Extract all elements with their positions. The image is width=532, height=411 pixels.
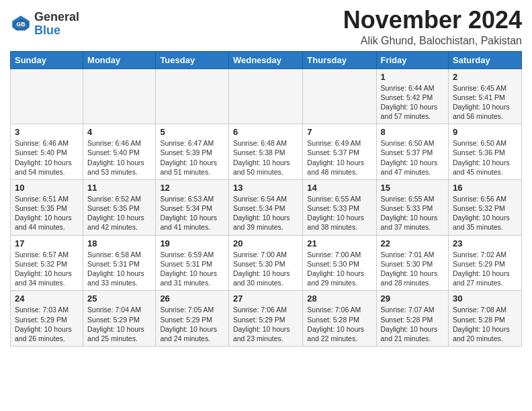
- day-number: 24: [15, 293, 79, 304]
- table-cell: 7Sunrise: 6:49 AMSunset: 5:37 PMDaylight…: [303, 124, 376, 180]
- table-cell: 3Sunrise: 6:46 AMSunset: 5:40 PMDaylight…: [11, 124, 83, 180]
- table-cell: [228, 68, 302, 124]
- week-row-4: 17Sunrise: 6:57 AMSunset: 5:32 PMDayligh…: [11, 235, 522, 291]
- table-cell: 25Sunrise: 7:04 AMSunset: 5:29 PMDayligh…: [83, 291, 156, 347]
- day-number: 25: [87, 293, 151, 304]
- header-thursday: Thursday: [303, 51, 376, 68]
- day-number: 8: [381, 127, 445, 137]
- day-number: 9: [453, 127, 517, 137]
- day-number: 30: [453, 293, 517, 304]
- table-cell: 5Sunrise: 6:47 AMSunset: 5:39 PMDaylight…: [156, 124, 229, 180]
- table-cell: 14Sunrise: 6:55 AMSunset: 5:33 PMDayligh…: [303, 179, 376, 235]
- day-info: Sunrise: 7:01 AMSunset: 5:30 PMDaylight:…: [381, 250, 445, 288]
- table-cell: 10Sunrise: 6:51 AMSunset: 5:35 PMDayligh…: [11, 179, 83, 235]
- day-info: Sunrise: 6:54 AMSunset: 5:34 PMDaylight:…: [233, 194, 298, 232]
- table-cell: 17Sunrise: 6:57 AMSunset: 5:32 PMDayligh…: [11, 235, 83, 291]
- day-number: 6: [233, 127, 298, 137]
- table-cell: 15Sunrise: 6:55 AMSunset: 5:33 PMDayligh…: [376, 179, 449, 235]
- week-row-1: 1Sunrise: 6:44 AMSunset: 5:42 PMDaylight…: [11, 68, 522, 124]
- table-cell: 8Sunrise: 6:50 AMSunset: 5:37 PMDaylight…: [376, 124, 449, 180]
- header-monday: Monday: [83, 51, 156, 68]
- table-cell: 24Sunrise: 7:03 AMSunset: 5:29 PMDayligh…: [11, 291, 83, 347]
- day-info: Sunrise: 6:49 AMSunset: 5:37 PMDaylight:…: [307, 138, 371, 177]
- table-cell: 13Sunrise: 6:54 AMSunset: 5:34 PMDayligh…: [228, 179, 302, 235]
- day-number: 29: [381, 293, 445, 304]
- location-subtitle: Alik Ghund, Balochistan, Pakistan: [343, 35, 522, 47]
- day-info: Sunrise: 6:44 AMSunset: 5:42 PMDaylight:…: [381, 83, 445, 122]
- day-number: 3: [15, 127, 79, 137]
- day-info: Sunrise: 7:06 AMSunset: 5:29 PMDaylight:…: [233, 305, 298, 343]
- day-number: 11: [87, 183, 151, 193]
- day-info: Sunrise: 6:45 AMSunset: 5:41 PMDaylight:…: [453, 83, 517, 122]
- logo-blue: Blue: [34, 24, 60, 37]
- day-info: Sunrise: 7:03 AMSunset: 5:29 PMDaylight:…: [15, 305, 79, 343]
- table-cell: [83, 68, 156, 124]
- day-number: 18: [87, 238, 151, 248]
- day-number: 12: [160, 183, 224, 193]
- day-info: Sunrise: 6:55 AMSunset: 5:33 PMDaylight:…: [381, 194, 445, 232]
- day-number: 2: [453, 72, 517, 82]
- day-number: 19: [160, 238, 224, 248]
- week-row-2: 3Sunrise: 6:46 AMSunset: 5:40 PMDaylight…: [11, 124, 522, 180]
- table-cell: 22Sunrise: 7:01 AMSunset: 5:30 PMDayligh…: [376, 235, 449, 291]
- title-area: November 2024 Alik Ghund, Balochistan, P…: [343, 7, 522, 47]
- table-cell: 30Sunrise: 7:08 AMSunset: 5:28 PMDayligh…: [449, 291, 522, 347]
- day-info: Sunrise: 6:47 AMSunset: 5:39 PMDaylight:…: [160, 138, 224, 177]
- header: GB General Blue November 2024 Alik Ghund…: [10, 7, 522, 47]
- day-info: Sunrise: 6:58 AMSunset: 5:31 PMDaylight:…: [87, 250, 151, 288]
- header-wednesday: Wednesday: [228, 51, 302, 68]
- day-info: Sunrise: 6:56 AMSunset: 5:32 PMDaylight:…: [453, 194, 517, 232]
- day-number: 5: [160, 127, 224, 137]
- table-cell: 2Sunrise: 6:45 AMSunset: 5:41 PMDaylight…: [449, 68, 522, 124]
- logo-general: General: [34, 10, 79, 24]
- day-number: 14: [307, 183, 371, 193]
- day-info: Sunrise: 6:53 AMSunset: 5:34 PMDaylight:…: [160, 194, 224, 232]
- day-number: 20: [233, 238, 298, 248]
- day-number: 4: [87, 127, 151, 137]
- header-saturday: Saturday: [449, 51, 522, 68]
- day-info: Sunrise: 7:06 AMSunset: 5:28 PMDaylight:…: [307, 305, 371, 343]
- day-info: Sunrise: 6:50 AMSunset: 5:36 PMDaylight:…: [453, 138, 517, 177]
- day-info: Sunrise: 6:48 AMSunset: 5:38 PMDaylight:…: [233, 138, 298, 177]
- table-cell: 19Sunrise: 6:59 AMSunset: 5:31 PMDayligh…: [156, 235, 229, 291]
- table-cell: 4Sunrise: 6:46 AMSunset: 5:40 PMDaylight…: [83, 124, 156, 180]
- day-number: 27: [233, 293, 298, 304]
- table-cell: 27Sunrise: 7:06 AMSunset: 5:29 PMDayligh…: [228, 291, 302, 347]
- day-number: 28: [307, 293, 371, 304]
- header-friday: Friday: [376, 51, 449, 68]
- logo-icon: GB: [10, 13, 32, 35]
- table-cell: 11Sunrise: 6:52 AMSunset: 5:35 PMDayligh…: [83, 179, 156, 235]
- calendar-table: Sunday Monday Tuesday Wednesday Thursday…: [10, 51, 522, 347]
- header-sunday: Sunday: [11, 51, 83, 68]
- day-info: Sunrise: 7:05 AMSunset: 5:29 PMDaylight:…: [160, 305, 224, 343]
- table-cell: 12Sunrise: 6:53 AMSunset: 5:34 PMDayligh…: [156, 179, 229, 235]
- header-tuesday: Tuesday: [156, 51, 229, 68]
- table-cell: [303, 68, 376, 124]
- table-cell: 20Sunrise: 7:00 AMSunset: 5:30 PMDayligh…: [228, 235, 302, 291]
- day-info: Sunrise: 6:46 AMSunset: 5:40 PMDaylight:…: [87, 138, 151, 177]
- table-cell: 1Sunrise: 6:44 AMSunset: 5:42 PMDaylight…: [376, 68, 449, 124]
- logo-text: General Blue: [34, 11, 79, 38]
- table-cell: 6Sunrise: 6:48 AMSunset: 5:38 PMDaylight…: [228, 124, 302, 180]
- month-title: November 2024: [343, 7, 522, 34]
- day-number: 26: [160, 293, 224, 304]
- day-number: 22: [381, 238, 445, 248]
- weekday-header-row: Sunday Monday Tuesday Wednesday Thursday…: [11, 51, 522, 68]
- day-number: 15: [381, 183, 445, 193]
- day-info: Sunrise: 6:50 AMSunset: 5:37 PMDaylight:…: [381, 138, 445, 177]
- table-cell: 9Sunrise: 6:50 AMSunset: 5:36 PMDaylight…: [449, 124, 522, 180]
- table-cell: 18Sunrise: 6:58 AMSunset: 5:31 PMDayligh…: [83, 235, 156, 291]
- table-cell: 28Sunrise: 7:06 AMSunset: 5:28 PMDayligh…: [303, 291, 376, 347]
- table-cell: [156, 68, 229, 124]
- day-number: 17: [15, 238, 79, 248]
- day-number: 10: [15, 183, 79, 193]
- week-row-5: 24Sunrise: 7:03 AMSunset: 5:29 PMDayligh…: [11, 291, 522, 347]
- logo: GB General Blue: [10, 11, 79, 38]
- day-info: Sunrise: 6:52 AMSunset: 5:35 PMDaylight:…: [87, 194, 151, 232]
- table-cell: [11, 68, 83, 124]
- day-number: 13: [233, 183, 298, 193]
- day-number: 1: [381, 72, 445, 82]
- day-info: Sunrise: 6:57 AMSunset: 5:32 PMDaylight:…: [15, 250, 79, 288]
- table-cell: 23Sunrise: 7:02 AMSunset: 5:29 PMDayligh…: [449, 235, 522, 291]
- day-info: Sunrise: 7:00 AMSunset: 5:30 PMDaylight:…: [233, 250, 298, 288]
